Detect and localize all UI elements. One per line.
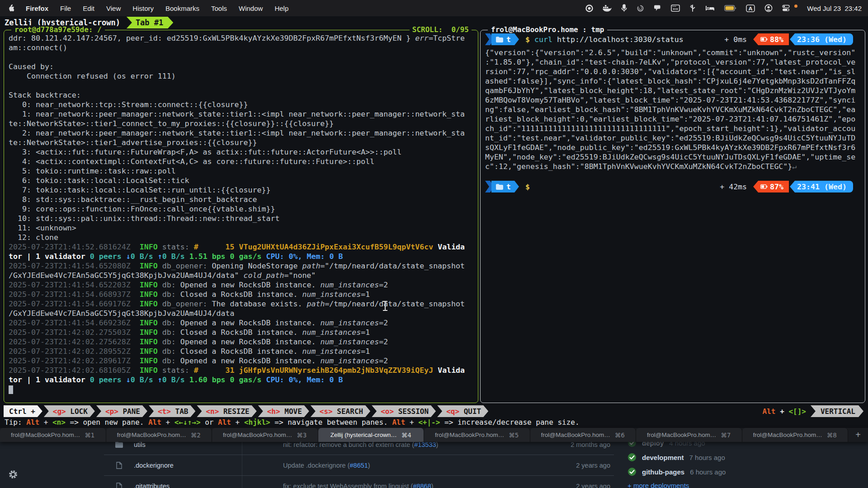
prompt-line-2: t $ + 42ms 87% 23:41 (Wed) — [485, 181, 863, 192]
curl-json-output: {"version":{"version":"2.6.5","build":"u… — [485, 48, 863, 171]
terminal-tab-4[interactable]: Zellij (hysterical-crown…⌘4 — [318, 428, 425, 442]
log-line: 2025-07-23T21:42:02.275628Z INFO db: Ope… — [9, 337, 476, 347]
control-center-icon[interactable] — [782, 4, 791, 13]
bed-icon[interactable] — [705, 4, 715, 13]
battery-segment-1: 88% — [753, 33, 789, 45]
new-tab-button[interactable]: + — [848, 428, 868, 442]
terminal-tab-7[interactable]: frol@MacBookPro.hom…⌘7 — [636, 428, 742, 442]
terminal-tab-8[interactable]: frol@MacBookPro.hom…⌘8 — [742, 428, 849, 442]
zellij-tab-1[interactable]: Tab #1 — [127, 17, 173, 28]
macos-menu-bar: Firefox File Edit View History Bookmarks… — [0, 0, 868, 16]
log-line: 7: tokio::task::local::LocalSet::run_unt… — [9, 185, 476, 195]
keybind-search[interactable]: <s> SEARCH — [311, 405, 370, 417]
deployment-row[interactable]: development7 hours ago — [627, 450, 863, 465]
pr-link[interactable]: #8868 — [413, 483, 431, 488]
deploy-success-icon — [627, 453, 637, 462]
sprout-icon[interactable] — [689, 4, 696, 13]
terminal-tab-6[interactable]: frol@MacBookPro.hom…⌘6 — [530, 428, 637, 442]
keybind-quit[interactable]: <q> QUIT — [437, 405, 488, 417]
json-line: ng":false,"earliest_block_hash":"8BM1Tph… — [485, 105, 863, 114]
menu-item-file[interactable]: File — [60, 5, 71, 12]
keybind-alt-hint: Alt + <[]> VERTICAL — [763, 405, 868, 417]
log-line: 2025-07-23T21:42:02.275503Z INFO db: Clo… — [9, 328, 476, 337]
more-deployments-link[interactable]: + more deployments — [627, 482, 863, 488]
right-pane-title: frol@MacBookPro.home : tmp — [488, 25, 607, 34]
user-account-icon[interactable] — [764, 4, 773, 13]
blank-line — [485, 171, 863, 181]
json-line: rliest_block_height":0,"earliest_block_t… — [485, 114, 863, 124]
keybind-session[interactable]: <o> SESSION — [372, 405, 436, 417]
commit-message[interactable]: Update .dockerignore (#8651) — [283, 462, 552, 469]
gear-icon[interactable] — [8, 470, 18, 479]
menu-item-history[interactable]: History — [132, 5, 154, 12]
terminal-tab-3[interactable]: frol@MacBookPro.hom…⌘3 — [212, 428, 318, 442]
keybind-move[interactable]: <h> MOVE — [258, 405, 309, 417]
json-line: MyEN","node_key":"ed25519:BJiUdkZeQCwsg9… — [485, 152, 863, 162]
microphone-icon[interactable] — [621, 4, 627, 13]
deployment-env[interactable]: github-pages — [642, 468, 684, 476]
json-line: sQXLyF1feGDAE","node_public_key":"ed2551… — [485, 143, 863, 152]
battery-icon[interactable] — [724, 4, 736, 13]
folder-icon — [496, 184, 503, 190]
deployment-row[interactable]: github-pages6 hours ago — [627, 465, 863, 479]
log-line: Caused by: — [9, 62, 476, 71]
browser-github-content: utilsnit: refactor: remove a bunch of ex… — [0, 442, 868, 488]
sync-icon[interactable] — [637, 4, 644, 13]
terminal-tab-1[interactable]: frol@MacBookPro.hom…⌘1 — [0, 428, 106, 442]
prompt-line-1: t $ curl http://localhost:3030/status + … — [485, 33, 863, 45]
screen-record-icon[interactable] — [585, 4, 593, 13]
menu-clock[interactable]: Wed Jul 23 23:42 — [807, 5, 862, 12]
file-row[interactable]: .gitattributesfix: exclude test WebAssem… — [104, 475, 614, 488]
commit-age: 2 years ago — [552, 483, 614, 488]
pr-link[interactable]: #8651 — [350, 462, 368, 469]
keybind-resize[interactable]: <n> RESIZE — [197, 405, 256, 417]
terminal-tab-5[interactable]: frol@MacBookPro.hom…⌘5 — [424, 428, 530, 442]
keybind-tab[interactable]: <t> TAB — [149, 405, 195, 417]
menu-item-window[interactable]: Window — [239, 5, 263, 12]
log-line: Connection refused (os error 111) — [9, 71, 476, 81]
prompt-dir-segment: t — [491, 33, 519, 45]
mouse-text-cursor — [382, 301, 388, 311]
left-pane-log: ddr: 80.121.42.147:24567, peer_id: ed255… — [9, 33, 476, 401]
apple-logo-icon[interactable] — [7, 4, 14, 13]
menu-item-view[interactable]: View — [106, 5, 121, 12]
menu-item-firefox[interactable]: Firefox — [26, 5, 48, 12]
deployment-env[interactable]: development — [642, 454, 684, 461]
log-line: tor | 1 validator 0 peers ↓0 B/s ↑0 B/s … — [9, 252, 476, 261]
menu-item-help[interactable]: Help — [274, 5, 288, 12]
log-line: 2025-07-23T21:41:52.681624Z INFO stats: … — [9, 242, 476, 252]
docker-icon[interactable] — [603, 4, 612, 13]
log-line: 2025-07-23T21:41:54.668937Z INFO db: Clo… — [9, 290, 476, 299]
keybind-lock[interactable]: <g> LOCK — [44, 405, 95, 417]
deployment-age: 7 hours ago — [689, 454, 725, 461]
prompt-status-2: + 42ms 87% 23:41 (Wed) — [720, 181, 853, 192]
prompt-dir-label: t — [506, 35, 511, 44]
log-line: 1: near_network::peer_manager::network_s… — [9, 109, 476, 119]
file-name[interactable]: .dockerignore — [134, 462, 283, 469]
log-line: ddr: 80.121.42.147:24567, peer_id: ed255… — [9, 33, 476, 43]
menu-item-tools[interactable]: Tools — [211, 5, 227, 12]
command-url: http://localhost:3030/status — [552, 35, 684, 44]
log-line: 6: tokio::task::local::LocalSet::tick — [9, 176, 476, 185]
window-swap-icon[interactable] — [671, 4, 680, 13]
menu-item-edit[interactable]: Edit — [83, 5, 94, 12]
commit-message[interactable]: fix: exclude test WebAssembly from lingu… — [283, 483, 552, 488]
flag-icon[interactable] — [654, 4, 661, 13]
battery-glyph — [760, 184, 768, 189]
battery-segment-2: 87% — [753, 181, 789, 192]
terminal-tab-2[interactable]: frol@MacBookPro.hom…⌘2 — [106, 428, 212, 442]
log-line: te::NetworkState>::tier1_advertise_proxi… — [9, 138, 476, 147]
log-line: 9: core::ops::function::FnOnce::call_onc… — [9, 204, 476, 214]
input-source-icon[interactable]: A — [746, 4, 755, 13]
log-line — [9, 385, 476, 394]
file-row[interactable]: .dockerignoreUpdate .dockerignore (#8651… — [104, 455, 614, 475]
keybind-pane[interactable]: <p> PANE — [96, 405, 147, 417]
menu-status-area: A Wed Jul 23 23:42 — [585, 4, 868, 13]
file-name[interactable]: .gitattributes — [134, 483, 283, 488]
log-line: /GxYJEdEwe4Vc7EAn5aGC5Y5jqGt38KpjbJva2UA… — [9, 271, 476, 280]
log-line: te::NetworkState>::tier1_connect_to_my_p… — [9, 119, 476, 128]
zellij-tip-bar: Tip: Alt + <n> => open new pane. Alt + <… — [5, 418, 866, 427]
left-terminal-pane[interactable]: root@d778a97e59de: / SCROLL: 0/95 ddr: 8… — [4, 30, 478, 403]
right-terminal-pane[interactable]: frol@MacBookPro.home : tmp t $ curl http… — [480, 30, 865, 403]
menu-item-bookmarks[interactable]: Bookmarks — [165, 5, 199, 12]
